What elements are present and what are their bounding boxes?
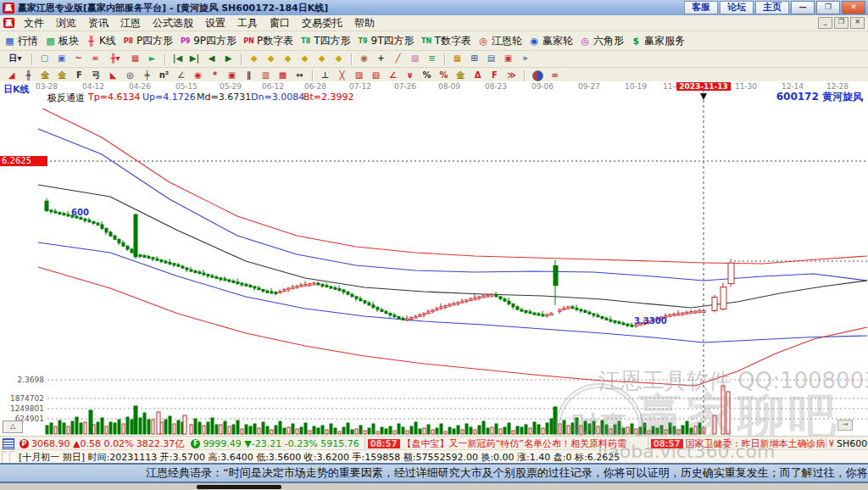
menu-item-文件[interactable]: 文件 — [18, 16, 50, 31]
next-bar-icon[interactable]: ▶ — [220, 52, 236, 66]
diamond-zoom-out-icon[interactable]: ◆ — [331, 52, 347, 66]
date-label: 12-14 — [782, 82, 804, 91]
toolbar-p-square-button[interactable]: P8P四方形 — [122, 34, 173, 48]
price-annotation-1: 3.3300 — [634, 316, 667, 326]
market-grid-icon[interactable] — [3, 438, 14, 449]
zigzag-up-icon[interactable]: ~ — [70, 52, 86, 66]
toolbar-p-table-button[interactable]: PNP数字表 — [242, 34, 293, 48]
toolbar-t-square-button[interactable]: T8T四方形 — [299, 34, 350, 48]
scale-label-2: 1249801 — [0, 404, 44, 413]
date-label: 06-12 — [262, 82, 284, 91]
indicator-header: 极反通道 Tp=4.6134Up=4.1726Md=3.6731Dn=3.008… — [0, 92, 868, 102]
kline-chart-area[interactable]: 日K线 极反通道 Tp=4.6134Up=4.1726Md=3.6731Dn=3… — [0, 81, 868, 437]
hand-tool-icon[interactable]: ◉ — [356, 52, 372, 66]
tv-icon[interactable]: ▣ — [500, 52, 516, 66]
zigzag-flat-icon[interactable]: ≈ — [87, 52, 103, 66]
date-label: 05-15 — [175, 82, 198, 91]
period-day-selector[interactable]: 日▾ — [3, 52, 27, 66]
prev-bar-icon[interactable]: ◀ — [203, 52, 220, 66]
mdi-close-button[interactable]: ✕ — [850, 17, 865, 29]
minimize-button[interactable]: — — [791, 1, 815, 14]
indicator-value-4: Bt=2.3992 — [303, 92, 354, 103]
menu-item-帮助[interactable]: 帮助 — [348, 16, 381, 31]
titlebar-button-主页[interactable]: 主页 — [755, 1, 789, 14]
news-ticker-1[interactable]: 08:57 【盘中宝】又一新冠药“特仿”名单公布！相关原料药需 — [364, 437, 648, 449]
restore-button[interactable]: ❐ — [816, 1, 840, 14]
toolbar-t-table-button[interactable]: TNT数字表 — [420, 34, 471, 48]
winner-wheel-label: 赢家轮 — [542, 34, 573, 48]
indicator-value-2: Md=3.6731 — [197, 92, 251, 103]
gann-quote-bar: 江恩经典语录：“时间是决定市场走势的重要因素，经过详细研究大市及个别股票的过往记… — [0, 463, 868, 483]
menu-item-资讯[interactable]: 资讯 — [82, 16, 114, 31]
last-bar-icon[interactable]: ▶| — [186, 52, 203, 66]
menu-item-浏览[interactable]: 浏览 — [50, 16, 82, 31]
grid-windows-icon[interactable]: ▦ — [127, 52, 143, 66]
diamond-shift-right-icon[interactable]: ◆ — [263, 52, 279, 66]
scale-label-1: 1874702 — [0, 394, 44, 403]
quotes-label: 行情 — [18, 34, 38, 48]
titlebar-button-客服[interactable]: 客服 — [684, 1, 718, 14]
trendline-tool-icon[interactable]: ╱ — [390, 52, 406, 66]
toolbar-9p-square-button[interactable]: P99P四方形 — [179, 34, 236, 48]
gann-quote-text: 江恩经典语录：“时间是决定市场走势的重要因素，经过详细研究大市及个别股票的过往记… — [146, 466, 868, 479]
volume-expand-button[interactable]: △ — [3, 420, 23, 433]
close-button[interactable]: ✕ — [842, 1, 865, 14]
toolbar-kline-button[interactable]: ╫K线 — [85, 34, 116, 48]
save-layout-icon[interactable]: ▤ — [483, 52, 499, 66]
app-logo-icon: 赢 — [3, 3, 14, 14]
scroll-right-button[interactable]: → — [837, 420, 853, 431]
first-bar-icon[interactable]: |◀ — [170, 52, 186, 66]
toolbar-gann-wheel-button[interactable]: ◎江恩轮 — [477, 34, 522, 48]
menu-item-工具[interactable]: 工具 — [231, 16, 264, 31]
news-ticker-2[interactable]: 08:57 国家卫健委：昨日新增本土确诊病例23： — [648, 437, 826, 449]
mdi-minimize-button[interactable]: _ — [818, 17, 832, 29]
pink-ruler-icon[interactable]: ▨ — [407, 52, 423, 66]
date-label: 05-29 — [220, 82, 242, 91]
date-label: 08-23 — [485, 82, 507, 91]
menu-item-江恩[interactable]: 江恩 — [114, 16, 147, 31]
menu-item-设置[interactable]: 设置 — [199, 16, 231, 31]
app-logo-icon-small: 赢 — [3, 18, 14, 28]
sz-index-quote: 9999.49 ▼-23.21 -0.23% 5915.76 — [203, 438, 359, 449]
toolbar-9t-square-button[interactable]: T99T四方形 — [357, 34, 415, 48]
stock-name: 黄河旋风 — [822, 91, 863, 103]
date-label: 08-09 — [438, 82, 460, 91]
cascade-windows-icon[interactable]: ▢ — [36, 52, 53, 66]
candle-style-icon[interactable]: ╫▾ — [104, 52, 126, 66]
indicator-title: 极反通道 — [47, 92, 85, 104]
menu-item-窗口[interactable]: 窗口 — [264, 16, 296, 31]
channel-line-black_md — [38, 185, 867, 308]
t-square-icon: T8 — [299, 35, 312, 47]
indicator-flag-icon[interactable]: ► — [144, 52, 160, 66]
t-table-icon: TN — [420, 35, 433, 47]
diamond-shift-left-icon[interactable]: ◆ — [246, 52, 262, 66]
diamond-compress-icon[interactable]: ◆ — [297, 52, 313, 66]
9t-square-icon: T9 — [357, 35, 370, 47]
toolbar-sectors-button[interactable]: ▩板块 — [44, 34, 79, 48]
calculator-icon[interactable]: ⊞ — [466, 52, 482, 66]
multiline-tool-icon[interactable]: ≡ — [424, 52, 440, 66]
taiji-icon[interactable] — [532, 70, 543, 81]
target-price-tag: 6.2625 — [0, 156, 47, 166]
mdi-restore-button[interactable]: ❐ — [834, 17, 849, 29]
crosshair-tool-icon[interactable]: + — [373, 52, 389, 66]
diamond-zoom-in-icon[interactable]: ◆ — [314, 52, 330, 66]
menu-item-公式选股[interactable]: 公式选股 — [147, 16, 199, 31]
index-status-bar: P 3068.90 ▲0.58 0.02% 3822.37亿 F 9999.49… — [0, 436, 868, 450]
quote-panel-icon[interactable]: ▣ — [53, 52, 70, 66]
stock-ticker-panel[interactable]: ¥ SH600171,上海贝岭 — [826, 437, 868, 449]
toolbar-quotes-button[interactable]: ▦行情 — [3, 34, 38, 48]
toolbar-winner-service-button[interactable]: $赢家服务 — [630, 34, 685, 48]
toolbar-hexagon-button[interactable]: ◎六角形 — [579, 34, 624, 48]
export-icon[interactable]: » — [517, 52, 533, 66]
kline-chart-canvas[interactable] — [0, 81, 868, 436]
titlebar-button-论坛[interactable]: 论坛 — [720, 1, 754, 14]
news-ticker-text-1: 【盘中宝】又一新冠药“特仿”名单公布！相关原料药需 — [403, 437, 626, 449]
toolbar-winner-wheel-button[interactable]: ◉赢家轮 — [528, 34, 573, 48]
bottom-strip-segment — [197, 485, 281, 489]
menu-item-交易委托[interactable]: 交易委托 — [296, 16, 348, 31]
diamond-expand-icon[interactable]: ◆ — [280, 52, 296, 66]
broadcast-antenna-icon: ¥ — [829, 439, 834, 448]
p-table-label: P数字表 — [257, 34, 293, 48]
calendar-icon[interactable]: ▦ — [449, 52, 465, 66]
